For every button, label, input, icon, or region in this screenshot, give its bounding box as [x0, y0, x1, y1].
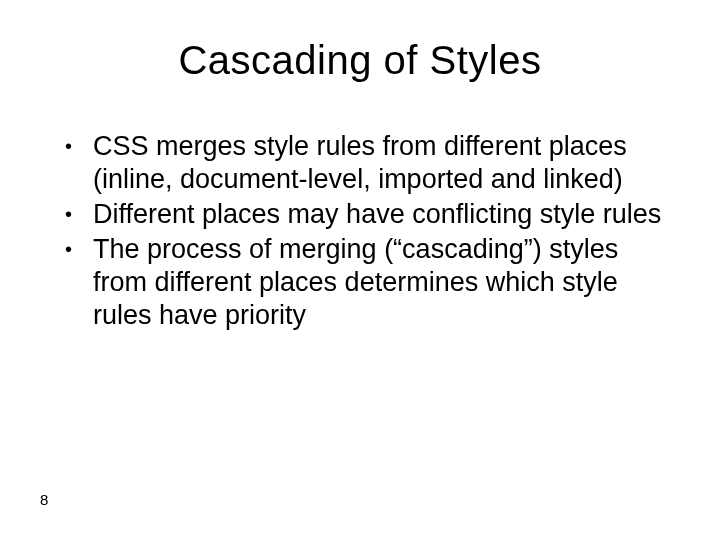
slide-body: CSS merges style rules from different pl…: [55, 130, 665, 334]
page-number: 8: [40, 491, 48, 508]
bullet-item: The process of merging (“cascading”) sty…: [55, 233, 665, 332]
bullet-list: CSS merges style rules from different pl…: [55, 130, 665, 332]
bullet-item: Different places may have conflicting st…: [55, 198, 665, 231]
slide: Cascading of Styles CSS merges style rul…: [0, 0, 720, 540]
bullet-item: CSS merges style rules from different pl…: [55, 130, 665, 196]
slide-title: Cascading of Styles: [0, 38, 720, 83]
